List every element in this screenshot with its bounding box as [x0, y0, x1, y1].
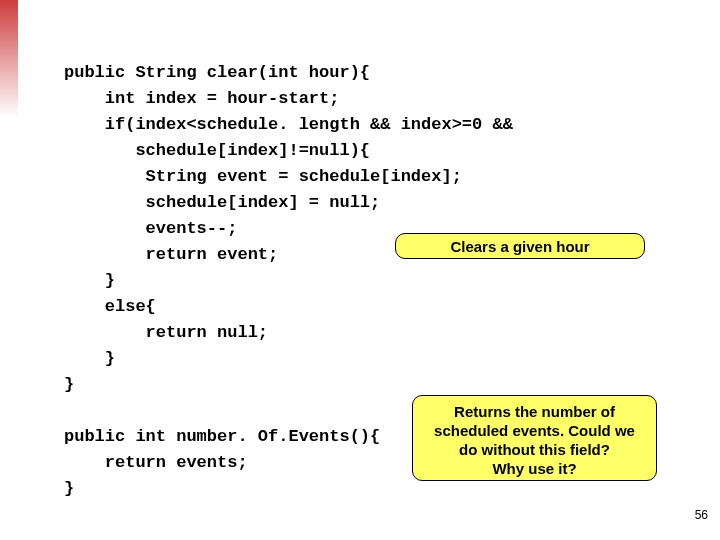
code-line: if(index<schedule. length && index>=0 &&: [64, 115, 513, 134]
page-number: 56: [695, 508, 708, 522]
code-line: int index = hour-start;: [64, 89, 339, 108]
code-line: events--;: [64, 219, 237, 238]
code-line: public String clear(int hour){: [64, 63, 370, 82]
callout-number-of-events: Returns the number of scheduled events. …: [412, 395, 657, 481]
code-line: }: [64, 349, 115, 368]
code-line: }: [64, 479, 74, 498]
code-line: return events;: [64, 453, 248, 472]
accent-bar: [0, 0, 18, 115]
callout-text: Clears a given hour: [450, 238, 589, 255]
code-line: schedule[index]!=null){: [64, 141, 370, 160]
code-line: }: [64, 375, 74, 394]
code-line: public int number. Of.Events(){: [64, 427, 380, 446]
code-line: schedule[index] = null;: [64, 193, 380, 212]
code-line: String event = schedule[index];: [64, 167, 462, 186]
callout-clears-hour: Clears a given hour: [395, 233, 645, 259]
callout-text: Returns the number of scheduled events. …: [423, 402, 646, 478]
code-line: }: [64, 271, 115, 290]
code-line: return event;: [64, 245, 278, 264]
code-line: else{: [64, 297, 156, 316]
code-line: return null;: [64, 323, 268, 342]
